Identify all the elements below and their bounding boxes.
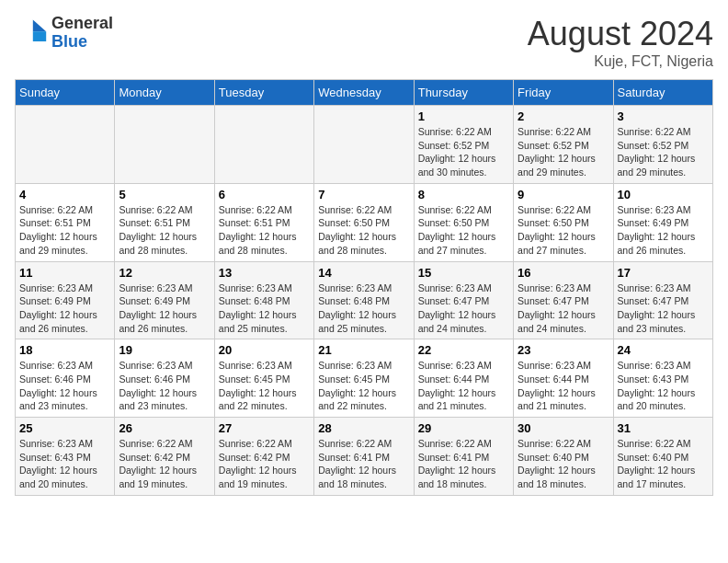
day-cell: 13Sunrise: 6:23 AM Sunset: 6:48 PM Dayli…: [214, 261, 313, 339]
day-number: 15: [418, 266, 509, 280]
header-monday: Monday: [115, 80, 214, 106]
day-number: 21: [318, 343, 409, 357]
day-info: Sunrise: 6:22 AM Sunset: 6:51 PM Dayligh…: [119, 203, 210, 258]
day-info: Sunrise: 6:22 AM Sunset: 6:50 PM Dayligh…: [418, 203, 509, 258]
day-info: Sunrise: 6:22 AM Sunset: 6:52 PM Dayligh…: [418, 125, 509, 179]
day-cell: 21Sunrise: 6:23 AM Sunset: 6:45 PM Dayli…: [314, 339, 414, 418]
day-number: 12: [119, 266, 210, 280]
day-cell: 31Sunrise: 6:22 AM Sunset: 6:40 PM Dayli…: [613, 418, 712, 496]
calendar-table: SundayMondayTuesdayWednesdayThursdayFrid…: [15, 79, 713, 496]
day-number: 29: [418, 421, 509, 435]
day-number: 27: [219, 421, 310, 435]
svg-marker-0: [33, 19, 46, 31]
day-number: 30: [518, 421, 609, 435]
day-number: 19: [119, 343, 210, 357]
day-number: 31: [618, 421, 709, 435]
day-number: 9: [518, 188, 609, 201]
day-cell: [16, 106, 115, 184]
day-cell: 7Sunrise: 6:22 AM Sunset: 6:50 PM Daylig…: [314, 183, 414, 261]
day-info: Sunrise: 6:22 AM Sunset: 6:52 PM Dayligh…: [618, 125, 709, 179]
week-row-2: 4Sunrise: 6:22 AM Sunset: 6:51 PM Daylig…: [16, 183, 713, 261]
day-cell: 16Sunrise: 6:23 AM Sunset: 6:47 PM Dayli…: [514, 261, 613, 339]
day-number: 2: [518, 109, 609, 123]
day-cell: 28Sunrise: 6:22 AM Sunset: 6:41 PM Dayli…: [314, 418, 414, 496]
day-cell: 20Sunrise: 6:23 AM Sunset: 6:45 PM Dayli…: [214, 339, 313, 418]
day-cell: 25Sunrise: 6:23 AM Sunset: 6:43 PM Dayli…: [16, 418, 115, 496]
day-number: 14: [318, 266, 409, 280]
day-number: 26: [119, 421, 210, 435]
day-info: Sunrise: 6:23 AM Sunset: 6:48 PM Dayligh…: [318, 282, 409, 336]
day-cell: 14Sunrise: 6:23 AM Sunset: 6:48 PM Dayli…: [314, 261, 414, 339]
day-info: Sunrise: 6:22 AM Sunset: 6:40 PM Dayligh…: [618, 437, 709, 491]
day-info: Sunrise: 6:22 AM Sunset: 6:42 PM Dayligh…: [219, 437, 310, 491]
calendar-header-row: SundayMondayTuesdayWednesdayThursdayFrid…: [16, 80, 713, 106]
day-cell: 3Sunrise: 6:22 AM Sunset: 6:52 PM Daylig…: [613, 106, 712, 184]
day-cell: 27Sunrise: 6:22 AM Sunset: 6:42 PM Dayli…: [214, 418, 313, 496]
day-number: 22: [418, 343, 509, 357]
week-row-3: 11Sunrise: 6:23 AM Sunset: 6:49 PM Dayli…: [16, 261, 713, 339]
day-number: 23: [518, 343, 609, 357]
day-cell: 12Sunrise: 6:23 AM Sunset: 6:49 PM Dayli…: [115, 261, 214, 339]
header-friday: Friday: [514, 80, 613, 106]
day-info: Sunrise: 6:23 AM Sunset: 6:43 PM Dayligh…: [618, 359, 709, 413]
day-cell: 24Sunrise: 6:23 AM Sunset: 6:43 PM Dayli…: [613, 339, 712, 418]
day-cell: 15Sunrise: 6:23 AM Sunset: 6:47 PM Dayli…: [414, 261, 513, 339]
day-number: 8: [418, 188, 509, 201]
week-row-1: 1Sunrise: 6:22 AM Sunset: 6:52 PM Daylig…: [16, 106, 713, 184]
day-number: 16: [518, 266, 609, 280]
day-number: 13: [219, 266, 310, 280]
day-cell: 19Sunrise: 6:23 AM Sunset: 6:46 PM Dayli…: [115, 339, 214, 418]
day-info: Sunrise: 6:23 AM Sunset: 6:45 PM Dayligh…: [219, 359, 310, 413]
month-title: August 2024: [528, 15, 713, 53]
day-number: 1: [418, 109, 509, 123]
day-cell: [214, 106, 313, 184]
day-cell: 8Sunrise: 6:22 AM Sunset: 6:50 PM Daylig…: [414, 183, 513, 261]
day-info: Sunrise: 6:22 AM Sunset: 6:50 PM Dayligh…: [518, 203, 609, 258]
header-tuesday: Tuesday: [214, 80, 313, 106]
day-number: 25: [19, 421, 110, 435]
header-saturday: Saturday: [613, 80, 712, 106]
logo-text: General Blue: [51, 15, 113, 52]
logo-icon: [15, 17, 48, 50]
location: Kuje, FCT, Nigeria: [528, 53, 713, 70]
day-cell: 10Sunrise: 6:23 AM Sunset: 6:49 PM Dayli…: [613, 183, 712, 261]
day-number: 7: [318, 188, 409, 201]
day-number: 24: [618, 343, 709, 357]
day-info: Sunrise: 6:23 AM Sunset: 6:44 PM Dayligh…: [518, 359, 609, 413]
header-thursday: Thursday: [414, 80, 513, 106]
day-info: Sunrise: 6:22 AM Sunset: 6:41 PM Dayligh…: [318, 437, 409, 491]
day-info: Sunrise: 6:22 AM Sunset: 6:50 PM Dayligh…: [318, 203, 409, 258]
day-cell: [314, 106, 414, 184]
header-wednesday: Wednesday: [314, 80, 414, 106]
day-cell: 6Sunrise: 6:22 AM Sunset: 6:51 PM Daylig…: [214, 183, 313, 261]
day-cell: 5Sunrise: 6:22 AM Sunset: 6:51 PM Daylig…: [115, 183, 214, 261]
day-number: 10: [618, 188, 709, 201]
day-info: Sunrise: 6:22 AM Sunset: 6:42 PM Dayligh…: [119, 437, 210, 491]
day-info: Sunrise: 6:23 AM Sunset: 6:49 PM Dayligh…: [19, 282, 110, 336]
day-info: Sunrise: 6:23 AM Sunset: 6:49 PM Dayligh…: [618, 203, 709, 258]
day-cell: 1Sunrise: 6:22 AM Sunset: 6:52 PM Daylig…: [414, 106, 513, 184]
day-cell: 11Sunrise: 6:23 AM Sunset: 6:49 PM Dayli…: [16, 261, 115, 339]
logo-blue-text: Blue: [51, 33, 113, 52]
header-sunday: Sunday: [16, 80, 115, 106]
week-row-5: 25Sunrise: 6:23 AM Sunset: 6:43 PM Dayli…: [16, 418, 713, 496]
day-info: Sunrise: 6:23 AM Sunset: 6:43 PM Dayligh…: [19, 437, 110, 491]
day-number: 11: [19, 266, 110, 280]
day-cell: 26Sunrise: 6:22 AM Sunset: 6:42 PM Dayli…: [115, 418, 214, 496]
day-info: Sunrise: 6:23 AM Sunset: 6:46 PM Dayligh…: [119, 359, 210, 413]
day-number: 3: [618, 109, 709, 123]
page-header: General Blue August 2024 Kuje, FCT, Nige…: [15, 15, 713, 70]
logo-general-text: General: [51, 15, 113, 33]
day-info: Sunrise: 6:23 AM Sunset: 6:47 PM Dayligh…: [518, 282, 609, 336]
day-number: 18: [19, 343, 110, 357]
day-cell: 18Sunrise: 6:23 AM Sunset: 6:46 PM Dayli…: [16, 339, 115, 418]
day-info: Sunrise: 6:23 AM Sunset: 6:47 PM Dayligh…: [418, 282, 509, 336]
day-cell: 4Sunrise: 6:22 AM Sunset: 6:51 PM Daylig…: [16, 183, 115, 261]
day-cell: 23Sunrise: 6:23 AM Sunset: 6:44 PM Dayli…: [514, 339, 613, 418]
day-cell: [115, 106, 214, 184]
day-number: 5: [119, 188, 210, 201]
day-cell: 30Sunrise: 6:22 AM Sunset: 6:40 PM Dayli…: [514, 418, 613, 496]
day-info: Sunrise: 6:23 AM Sunset: 6:44 PM Dayligh…: [418, 359, 509, 413]
day-number: 20: [219, 343, 310, 357]
day-info: Sunrise: 6:23 AM Sunset: 6:45 PM Dayligh…: [318, 359, 409, 413]
